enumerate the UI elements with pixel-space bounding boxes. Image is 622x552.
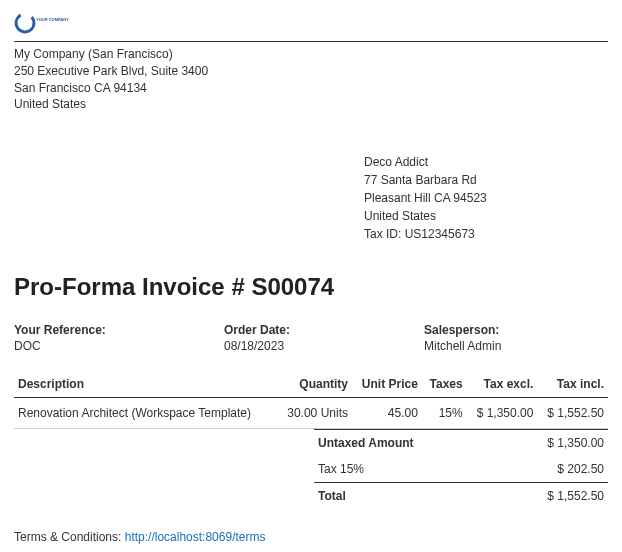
totals-tax-row: Tax 15% $ 202.50 [314, 456, 608, 482]
col-unit-price: Unit Price [352, 371, 422, 398]
customer-city: Pleasant Hill CA 94523 [364, 189, 608, 207]
customer-name: Deco Addict [364, 153, 608, 171]
untaxed-value: $ 1,350.00 [547, 436, 604, 450]
total-value: $ 1,552.50 [547, 489, 604, 503]
svg-text:YOUR COMPANY: YOUR COMPANY [36, 17, 69, 22]
company-name: My Company (San Francisco) [14, 46, 608, 63]
untaxed-label: Untaxed Amount [318, 436, 414, 450]
line-taxes: 15% [422, 398, 467, 429]
tax-value: $ 202.50 [557, 462, 604, 476]
col-tax-excl: Tax excl. [467, 371, 538, 398]
tax-label: Tax 15% [318, 462, 364, 476]
meta-order-date: Order Date: 08/18/2023 [224, 323, 424, 353]
meta-salesperson: Salesperson: Mitchell Admin [424, 323, 608, 353]
line-description: Renovation Architect (Workspace Template… [14, 398, 277, 429]
totals-untaxed-row: Untaxed Amount $ 1,350.00 [314, 429, 608, 456]
lines-table: Description Quantity Unit Price Taxes Ta… [14, 371, 608, 429]
company-country: United States [14, 96, 608, 113]
customer-tax-id: Tax ID: US12345673 [364, 225, 608, 243]
company-address: My Company (San Francisco) 250 Executive… [14, 46, 608, 113]
salesperson-label: Salesperson: [424, 323, 608, 337]
total-label: Total [318, 489, 346, 503]
line-tax-incl: $ 1,552.50 [537, 398, 608, 429]
col-quantity: Quantity [277, 371, 352, 398]
order-date-label: Order Date: [224, 323, 424, 337]
order-date-value: 08/18/2023 [224, 339, 424, 353]
document-title: Pro-Forma Invoice # S00074 [14, 273, 608, 301]
logo-row: YOUR COMPANY [14, 12, 608, 37]
salesperson-value: Mitchell Admin [424, 339, 608, 353]
header-divider [14, 41, 608, 42]
customer-country: United States [364, 207, 608, 225]
line-unit-price: 45.00 [352, 398, 422, 429]
customer-address: Deco Addict 77 Santa Barbara Rd Pleasant… [364, 153, 608, 243]
company-street: 250 Executive Park Blvd, Suite 3400 [14, 63, 608, 80]
meta-row: Your Reference: DOC Order Date: 08/18/20… [14, 323, 608, 353]
col-tax-incl: Tax incl. [537, 371, 608, 398]
totals-total-row: Total $ 1,552.50 [314, 482, 608, 509]
table-header-row: Description Quantity Unit Price Taxes Ta… [14, 371, 608, 398]
col-description: Description [14, 371, 277, 398]
company-city: San Francisco CA 94134 [14, 80, 608, 97]
terms-conditions-label: Terms & Conditions: [14, 530, 125, 544]
line-quantity: 30.00 Units [277, 398, 352, 429]
reference-value: DOC [14, 339, 224, 353]
reference-label: Your Reference: [14, 323, 224, 337]
svg-point-0 [14, 12, 38, 34]
line-tax-excl: $ 1,350.00 [467, 398, 538, 429]
company-logo: YOUR COMPANY [14, 12, 74, 37]
terms-link[interactable]: http://localhost:8069/terms [125, 530, 266, 544]
table-row: Renovation Architect (Workspace Template… [14, 398, 608, 429]
terms-block: Terms & Conditions: http://localhost:806… [14, 527, 608, 552]
col-taxes: Taxes [422, 371, 467, 398]
customer-street: 77 Santa Barbara Rd [364, 171, 608, 189]
totals-block: Untaxed Amount $ 1,350.00 Tax 15% $ 202.… [14, 429, 608, 509]
terms-conditions-line: Terms & Conditions: http://localhost:806… [14, 527, 608, 549]
meta-reference: Your Reference: DOC [14, 323, 224, 353]
